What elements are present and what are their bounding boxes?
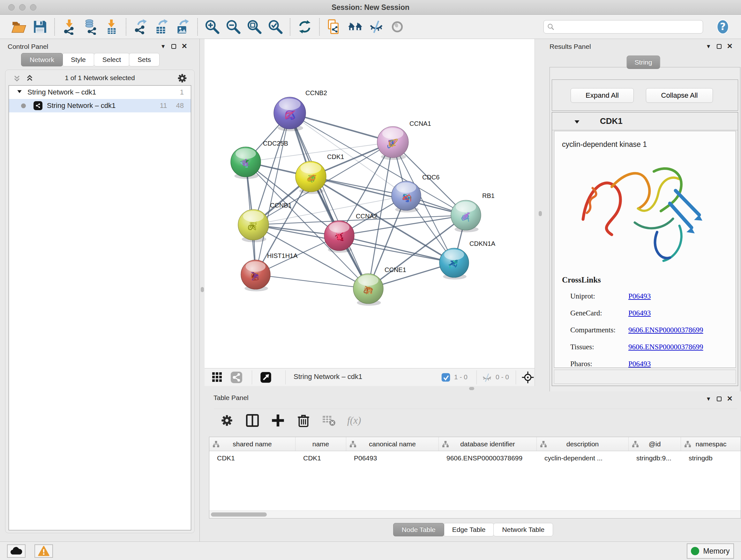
clone-network-icon[interactable]	[325, 18, 343, 36]
expand-all-button[interactable]: Expand All	[570, 88, 634, 103]
column-header-name[interactable]: name	[295, 437, 346, 451]
network-svg[interactable]: CCNB2CCNA1CDC25BCDK1CDC6RB1CCNB1CCNA2CDK…	[205, 39, 535, 368]
zoom-in-icon[interactable]	[203, 18, 221, 36]
panel-float-icon[interactable]	[717, 44, 722, 49]
selected-checkbox-icon[interactable]	[441, 373, 451, 383]
table-cell[interactable]: CDK1	[295, 451, 346, 465]
export-table-icon[interactable]	[153, 18, 171, 36]
add-column-icon[interactable]	[269, 412, 287, 429]
panel-close-icon[interactable]: ✕	[727, 395, 733, 402]
save-session-icon[interactable]	[31, 18, 49, 36]
export-image-icon[interactable]	[174, 18, 192, 36]
panel-close-icon[interactable]: ✕	[727, 43, 733, 50]
panel-float-icon[interactable]	[717, 396, 722, 401]
gear-icon[interactable]	[218, 412, 236, 429]
column-header-shared-name[interactable]: shared name	[209, 437, 295, 451]
tree-expand-triangle-icon[interactable]	[17, 88, 22, 97]
column-header-canonical-name[interactable]: canonical name	[346, 437, 439, 451]
import-network-database-icon[interactable]	[81, 18, 99, 36]
right-splitter-handle[interactable]	[539, 211, 542, 216]
table-cell[interactable]: CDK1	[209, 451, 295, 465]
search-field[interactable]	[543, 20, 703, 34]
help-icon[interactable]: ?	[714, 18, 732, 36]
crosslink-link[interactable]: 9606.ENSP00000378699	[628, 326, 703, 334]
tab-style[interactable]: Style	[62, 53, 94, 66]
table-scrollbar-thumb[interactable]	[211, 512, 267, 516]
zoom-fit-icon[interactable]	[246, 18, 263, 36]
network-row[interactable]: String Network – cdk1 11 48	[9, 99, 191, 112]
crosslink-label: Uniprot:	[562, 292, 628, 300]
grid-view-icon[interactable]	[211, 371, 223, 384]
column-header-description[interactable]: description	[537, 437, 629, 451]
columns-icon[interactable]	[244, 412, 261, 429]
hide-glasses-icon[interactable]	[367, 18, 385, 36]
node-label-CDKN1A: CDKN1A	[469, 240, 495, 247]
crosslink-link[interactable]: 9606.ENSP00000378699	[628, 343, 703, 351]
network-collection-row[interactable]: String Network – cdk1 1	[9, 85, 191, 99]
tab-select[interactable]: Select	[94, 53, 130, 66]
collapse-all-button[interactable]: Collapse All	[646, 88, 713, 103]
table-row[interactable]: CDK1CDK1P064939606.ENSP00000378699cyclin…	[209, 451, 741, 465]
string-home-icon[interactable]	[346, 18, 364, 36]
warning-icon[interactable]	[35, 544, 53, 558]
cloud-icon[interactable]	[7, 544, 25, 558]
tab-network-table[interactable]: Network Table	[493, 523, 553, 537]
horizontal-splitter-handle[interactable]	[469, 387, 474, 390]
memory-button[interactable]: Memory	[687, 543, 734, 559]
network-node-CDK1[interactable]	[295, 161, 326, 194]
table-cell[interactable]: stringdb:9...	[629, 451, 681, 465]
function-builder-icon[interactable]: f(x)	[346, 412, 363, 429]
crosslink-link[interactable]: P06493	[628, 360, 651, 368]
result-card-scrollbar[interactable]	[554, 370, 736, 384]
table-cell[interactable]: P06493	[346, 451, 439, 465]
network-node-HIST1H1A[interactable]	[241, 260, 270, 291]
panel-menu-icon[interactable]: ▼	[160, 44, 166, 49]
network-node-CDC25B[interactable]	[231, 147, 261, 179]
delete-column-icon[interactable]	[294, 412, 313, 429]
crosslink-link[interactable]: P06493	[628, 309, 651, 317]
gear-icon[interactable]	[177, 73, 187, 84]
export-network-icon[interactable]	[132, 18, 150, 36]
crosslink-link[interactable]: P06493	[628, 292, 651, 300]
table-cell[interactable]: cyclin-dependent ...	[537, 451, 629, 465]
open-session-icon[interactable]	[10, 18, 28, 36]
panel-menu-icon[interactable]: ▼	[706, 396, 711, 401]
birdseye-arrow-icon[interactable]	[259, 371, 272, 385]
column-header-namespac[interactable]: namespac	[681, 437, 741, 451]
crosshair-icon[interactable]	[521, 371, 535, 385]
search-input[interactable]	[555, 21, 699, 32]
table-scrollbar[interactable]	[209, 510, 741, 518]
network-node-CDKN1A[interactable]	[440, 248, 469, 279]
table-cell[interactable]: stringdb	[681, 451, 741, 465]
import-network-file-icon[interactable]	[60, 18, 78, 36]
hidden-eye-slash-icon[interactable]	[482, 372, 492, 384]
network-node-CCNE1[interactable]	[353, 273, 383, 306]
network-node-RB1[interactable]	[451, 200, 481, 233]
left-splitter-handle[interactable]	[201, 287, 204, 292]
tab-node-table[interactable]: Node Table	[393, 523, 444, 537]
panel-close-icon[interactable]: ✕	[182, 43, 187, 50]
table-cell[interactable]: 9606.ENSP00000378699	[439, 451, 537, 465]
column-header--id[interactable]: @id	[629, 437, 681, 451]
delete-table-icon[interactable]	[320, 412, 338, 429]
tab-sets[interactable]: Sets	[129, 53, 159, 66]
share-network-icon[interactable]	[230, 371, 243, 385]
network-node-CCNB1[interactable]	[238, 209, 269, 242]
zoom-out-icon[interactable]	[224, 18, 242, 36]
refresh-icon[interactable]	[296, 18, 314, 36]
tab-network[interactable]: Network	[21, 53, 63, 66]
tab-string[interactable]: String	[627, 56, 660, 69]
show-eye-icon[interactable]	[388, 18, 406, 36]
column-header-database-identifier[interactable]: database identifier	[439, 437, 537, 451]
import-table-icon[interactable]	[103, 18, 120, 36]
network-node-CDC6[interactable]	[392, 181, 421, 212]
node-result-header[interactable]: CDK1	[552, 112, 738, 130]
panel-float-icon[interactable]	[172, 44, 176, 49]
panel-menu-icon[interactable]: ▼	[706, 44, 711, 49]
network-canvas[interactable]: CCNB2CCNA1CDC25BCDK1CDC6RB1CCNB1CCNA2CDK…	[205, 39, 535, 368]
zoom-selected-icon[interactable]	[266, 18, 284, 36]
tab-edge-table[interactable]: Edge Table	[444, 523, 494, 537]
table-header-row: shared namenamecanonical namedatabase id…	[209, 437, 741, 451]
network-node-CCNA1[interactable]	[377, 126, 408, 160]
collapse-triangle-icon[interactable]	[574, 119, 580, 126]
